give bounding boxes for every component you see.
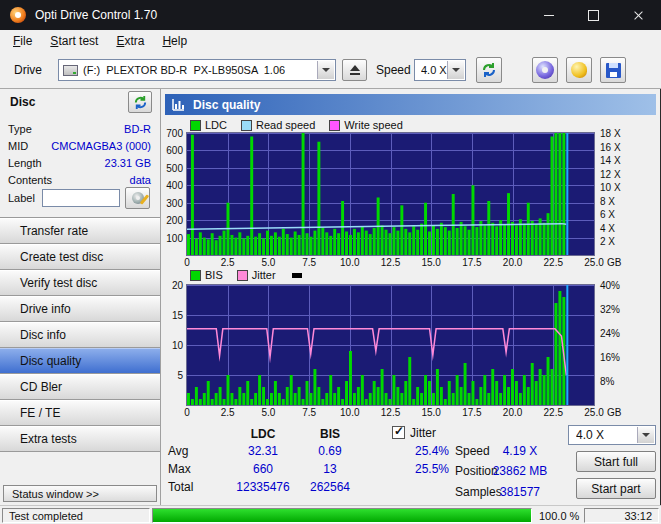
save-icon xyxy=(606,63,621,78)
write-speed-legend-label: Write speed xyxy=(344,119,403,131)
edit-label-button[interactable] xyxy=(125,187,150,209)
field-label-contents: Contents xyxy=(8,174,52,186)
disc-quality-icon xyxy=(172,98,185,111)
tick-label: 0 xyxy=(172,407,202,418)
speed-combobox[interactable]: 4.0 X xyxy=(414,59,466,81)
sidebar-item-create-test-disc[interactable]: Create test disc xyxy=(0,243,160,270)
sidebar-item-verify-test-disc[interactable]: Verify test disc xyxy=(0,269,160,296)
tick-label: 14 X xyxy=(600,155,632,166)
tick-label: 16 X xyxy=(600,142,632,153)
window-title: Opti Drive Control 1.70 xyxy=(35,8,526,22)
drive-combobox[interactable]: (F:) PLEXTOR BD-R PX-LB950SA 1.06 xyxy=(58,59,336,81)
max-ldc-value: 660 xyxy=(228,462,298,476)
sidebar-item-disc-quality[interactable]: Disc quality xyxy=(0,347,160,374)
bis-chart-frame xyxy=(186,284,595,406)
sidebar: Disc Type BD-R MID CMCMAGBA3 (000) Lengt… xyxy=(0,89,161,505)
refresh-icon xyxy=(481,62,497,78)
bis-x-unit: GB xyxy=(607,407,621,418)
titlebar: Opti Drive Control 1.70 xyxy=(0,0,661,30)
panel-title: Disc quality xyxy=(193,98,260,112)
menu-extra[interactable]: Extra xyxy=(107,31,153,51)
drive-combo-arrow[interactable] xyxy=(317,61,334,79)
ldc-x-axis: 02.55.07.510.012.515.017.520.022.525.0 xyxy=(187,257,637,269)
ldc-y-axis-right: 18 X16 X14 X12 X10 X8 X6 X4 X2 X xyxy=(597,133,629,255)
app-window: Opti Drive Control 1.70 File Start test … xyxy=(0,0,661,524)
read-speed-legend-label: Read speed xyxy=(256,119,315,131)
tick-label: 600 xyxy=(160,145,183,156)
tick-label: 10.0 xyxy=(335,257,365,268)
start-full-button[interactable]: Start full xyxy=(576,451,656,472)
field-label-length: Length xyxy=(8,157,42,169)
ldc-chart xyxy=(187,133,594,255)
test-speed-arrow[interactable] xyxy=(637,427,654,443)
sidebar-item-extra-tests[interactable]: Extra tests xyxy=(0,425,160,452)
toolbar: Drive (F:) PLEXTOR BD-R PX-LB950SA 1.06 … xyxy=(0,52,661,89)
bis-x-axis: 02.55.07.510.012.515.017.520.022.525.0 xyxy=(187,407,637,419)
tick-label: 2.5 xyxy=(213,407,243,418)
refresh-icon xyxy=(133,95,148,110)
label-input[interactable] xyxy=(42,189,120,207)
tick-label: 12 X xyxy=(600,169,632,180)
field-value-mid: CMCMAGBA3 (000) xyxy=(51,140,151,152)
close-button[interactable] xyxy=(616,0,661,30)
drive-icon xyxy=(63,65,78,76)
speed-stat-value: 4.19 X xyxy=(484,444,556,458)
progress-bar xyxy=(152,508,532,523)
avg-bis-value: 0.69 xyxy=(300,444,360,458)
panel-header: Disc quality xyxy=(165,94,656,115)
jitter-legend-label: Jitter xyxy=(252,269,276,281)
sidebar-item-cd-bler[interactable]: CD Bler xyxy=(0,373,160,400)
close-icon xyxy=(633,10,644,21)
menu-start-test[interactable]: Start test xyxy=(41,31,107,51)
field-value-length: 23.31 GB xyxy=(105,157,151,169)
disc-section-title: Disc xyxy=(10,95,35,109)
drive-value: (F:) PLEXTOR BD-R PX-LB950SA 1.06 xyxy=(83,64,285,76)
tick-label: 5.0 xyxy=(253,407,283,418)
test-speed-select[interactable]: 4.0 X xyxy=(568,425,656,445)
tick-label: 5 xyxy=(160,370,183,381)
write-speed-swatch xyxy=(329,120,340,131)
refresh-drives-button[interactable] xyxy=(476,57,502,83)
eject-button[interactable] xyxy=(342,59,367,81)
speed-label: Speed xyxy=(376,63,411,77)
progress-percent: 100.0 % xyxy=(539,510,579,522)
sidebar-item-transfer-rate[interactable]: Transfer rate xyxy=(0,217,160,244)
tick-label: 25.0 xyxy=(579,257,609,268)
menubar: File Start test Extra Help xyxy=(0,30,661,52)
extra-tool-button[interactable] xyxy=(566,57,592,83)
legend-marker-dash xyxy=(292,273,302,278)
tick-label: 100 xyxy=(160,233,183,244)
tick-label: 40% xyxy=(600,280,632,291)
refresh-disc-button[interactable] xyxy=(128,91,152,113)
tick-label: 7.5 xyxy=(294,257,324,268)
sidebar-item-disc-info[interactable]: Disc info xyxy=(0,321,160,348)
maximize-button[interactable] xyxy=(571,0,616,30)
tick-label: 20.0 xyxy=(498,407,528,418)
speed-combo-arrow[interactable] xyxy=(447,61,464,79)
samples-stat-value: 381577 xyxy=(484,485,556,499)
menu-help[interactable]: Help xyxy=(153,31,196,51)
field-value-contents: data xyxy=(130,174,151,186)
start-part-button[interactable]: Start part xyxy=(576,478,656,499)
jitter-checkbox[interactable] xyxy=(392,426,405,439)
tick-label: 300 xyxy=(160,198,183,209)
menu-file[interactable]: File xyxy=(4,31,41,51)
tick-label: 10.0 xyxy=(335,407,365,418)
stats-row-max-label: Max xyxy=(168,462,191,476)
tick-label: 32% xyxy=(600,304,632,315)
disc-tool-button[interactable] xyxy=(532,57,558,83)
save-button[interactable] xyxy=(600,57,626,83)
minimize-button[interactable] xyxy=(526,0,571,30)
drive-label: Drive xyxy=(14,63,42,77)
field-label-mid: MID xyxy=(8,140,28,152)
status-message: Test completed xyxy=(2,508,150,523)
tick-label: 200 xyxy=(160,215,183,226)
sidebar-item-drive-info[interactable]: Drive info xyxy=(0,295,160,322)
tick-label: 12.5 xyxy=(376,257,406,268)
tick-label: 15.0 xyxy=(416,257,446,268)
app-icon xyxy=(10,7,26,23)
tick-label: 2 X xyxy=(600,236,632,247)
bis-legend-label: BIS xyxy=(205,269,223,281)
status-window-button[interactable]: Status window >> xyxy=(3,485,157,502)
sidebar-item-fe-te[interactable]: FE / TE xyxy=(0,399,160,426)
